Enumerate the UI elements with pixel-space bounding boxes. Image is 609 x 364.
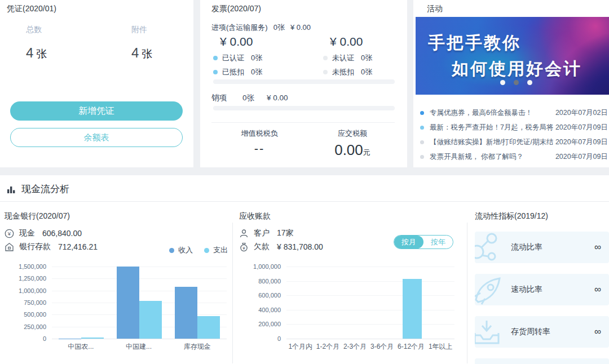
- cash-bank-title: 现金银行(2020/07): [5, 211, 232, 221]
- carousel-dots: [500, 80, 532, 85]
- news-item[interactable]: 专属优惠券，最高6倍金额暴击！ 2020年07月02日: [420, 105, 608, 120]
- voucher-card: 凭证(2020/01) 总数 4张 附件 4张 新增凭证 余额表: [0, 0, 193, 167]
- cashflow-section: 现金流分析 现金银行(2020/07) ¥ 现金 606,840.00 银行存款…: [0, 175, 609, 364]
- liquidity-card-partial[interactable]: [475, 358, 609, 364]
- deposit-row: 银行存款 712,416.21: [5, 242, 98, 252]
- circle-icon: [475, 358, 504, 364]
- news-text: 【做账结账实操】新增/打印凭证/期末结转: [430, 137, 553, 147]
- undeducted-stat: 未抵扣0张: [323, 67, 372, 77]
- svg-text:¥: ¥: [242, 246, 245, 251]
- svg-text:¥: ¥: [7, 230, 11, 237]
- news-text: 专属优惠券，最高6倍金额暴击！: [430, 108, 553, 118]
- toggle-by-month[interactable]: 按月: [394, 236, 423, 248]
- column-divider: [232, 223, 233, 363]
- cash-bank-panel: 现金银行(2020/07) ¥ 现金 606,840.00 银行存款 712,4…: [5, 211, 232, 221]
- voucher-attachment-stat: 附件 4张: [131, 25, 152, 61]
- carousel-dot-3[interactable]: [527, 80, 532, 85]
- deposit-label: 银行存款: [19, 242, 51, 252]
- deducted-stat: 已抵扣0张: [213, 67, 262, 77]
- undeducted-dot-icon: [323, 70, 328, 74]
- vat-burden-block: 增值税税负 --: [214, 128, 304, 156]
- news-date: 2020年07月09日: [555, 123, 608, 132]
- vat-burden-value: --: [214, 141, 304, 156]
- bar-chart-icon: [7, 185, 16, 194]
- news-item[interactable]: 【做账结账实操】新增/打印凭证/期末结转 2020年07月09日: [420, 135, 608, 149]
- receivable-title: 应收账款: [239, 211, 460, 221]
- tax-payable-unit: 元: [363, 148, 370, 157]
- uncertified-label: 未认证: [332, 53, 354, 63]
- current-ratio-card[interactable]: 流动比率 ∞: [475, 232, 609, 263]
- legend-income-label: 收入: [178, 245, 193, 255]
- certified-stat: 已认证0张: [213, 53, 262, 63]
- invoice-input-amount: ¥ 0.00: [290, 23, 311, 32]
- liquidity-card-list: 流动比率 ∞ 速动比率 ∞ 存货周转率 ∞: [475, 232, 609, 364]
- invoice-card-title: 发票(2020/07): [211, 4, 261, 14]
- deducted-count: 0张: [251, 67, 262, 77]
- legend-income[interactable]: 收入: [169, 245, 193, 255]
- voucher-attachment-value: 4: [131, 45, 139, 60]
- inventory-turnover-value: ∞: [594, 326, 601, 338]
- carousel-dot-1[interactable]: [500, 80, 505, 85]
- section-divider: [0, 201, 609, 202]
- liquidity-panel: 流动性指标(2019/12) 流动比率 ∞ 速动比率 ∞ 存货周转: [475, 211, 609, 221]
- banner-headline-1: 手把手教你: [428, 32, 521, 55]
- voucher-attachment-label: 附件: [131, 25, 152, 35]
- invoice-output-amount: ¥ 0.00: [267, 94, 288, 102]
- carousel-dot-2[interactable]: [514, 80, 519, 85]
- legend-expense[interactable]: 支出: [204, 245, 228, 255]
- uncertified-amount: ¥ 0.00: [330, 35, 363, 48]
- input-progress-bar: [213, 79, 395, 84]
- news-item[interactable]: 发票开具新规， 你都了解吗？ 2020年07月09日: [420, 149, 608, 164]
- debt-row: ¥ 欠款 ¥ 831,708.00: [239, 242, 323, 252]
- customer-value: 17家: [277, 228, 294, 238]
- news-dot-icon: [420, 155, 424, 159]
- inventory-turnover-card[interactable]: 存货周转率 ∞: [475, 316, 609, 348]
- customer-row: 客户 17家: [239, 228, 294, 238]
- invoice-input-label: 进项(含运输服务): [211, 23, 268, 32]
- voucher-total-value: 4: [26, 45, 33, 60]
- news-item[interactable]: 最新：税务严查开始！7月起，税务局将... 2020年07月09日: [420, 120, 608, 135]
- bank-icon: [5, 242, 14, 252]
- news-list: 专属优惠券，最高6倍金额暴击！ 2020年07月02日 最新：税务严查开始！7月…: [420, 105, 608, 164]
- news-dot-icon: [420, 140, 424, 144]
- news-text: 发票开具新规， 你都了解吗？: [430, 152, 553, 162]
- certified-count: 0张: [251, 53, 262, 63]
- customer-label: 客户: [254, 228, 270, 238]
- molecule-icon: [475, 232, 504, 263]
- certified-dot-icon: [213, 56, 218, 60]
- tax-payable-value: 0.00: [334, 141, 363, 158]
- banner-headline-2: 如何使用好会计: [452, 57, 582, 81]
- quick-ratio-label: 速动比率: [511, 285, 542, 295]
- deducted-dot-icon: [213, 70, 218, 74]
- toggle-by-year[interactable]: 按年: [423, 236, 453, 248]
- certified-amount: ¥ 0.00: [220, 35, 253, 48]
- activity-card: 活动 手把手教你 如何使用好会计 专属优惠券，最高6倍金额暴击！ 2020年07…: [413, 0, 609, 167]
- deducted-label: 已抵扣: [222, 67, 244, 77]
- rocket-icon: [475, 274, 504, 305]
- debt-value: ¥ 831,708.00: [277, 242, 323, 251]
- invoice-output-label: 销项: [211, 94, 227, 102]
- add-voucher-button[interactable]: 新增凭证: [10, 101, 183, 121]
- voucher-card-title: 凭证(2020/01): [7, 4, 56, 14]
- chart-legend: 收入 支出: [169, 245, 228, 255]
- invoice-card: 发票(2020/07) 进项(含运输服务)0张¥ 0.00 ¥ 0.00 ¥ 0…: [200, 0, 407, 167]
- current-ratio-label: 流动比率: [511, 242, 542, 252]
- uncertified-dot-icon: [323, 56, 328, 60]
- voucher-attachment-unit: 张: [142, 48, 152, 60]
- uncertified-stat: 未认证0张: [323, 53, 372, 63]
- money-bag-icon: ¥: [239, 242, 249, 252]
- cashflow-section-title: 现金流分析: [21, 183, 69, 196]
- vat-burden-label: 增值税税负: [214, 128, 304, 139]
- tax-payable-label: 应交税额: [307, 128, 398, 139]
- activity-card-title: 活动: [427, 4, 443, 14]
- current-ratio-value: ∞: [594, 242, 601, 253]
- coin-yuan-icon: ¥: [5, 229, 14, 238]
- news-date: 2020年07月09日: [555, 137, 608, 147]
- promo-banner[interactable]: 手把手教你 如何使用好会计: [416, 17, 609, 95]
- period-toggle: 按月 按年: [394, 235, 453, 249]
- receivable-aging-bar-chart: 0200,000400,000600,000800,0001,000,0001个…: [239, 267, 460, 352]
- balance-sheet-button[interactable]: 余额表: [10, 128, 183, 147]
- quick-ratio-card[interactable]: 速动比率 ∞: [475, 274, 609, 305]
- debt-label: 欠款: [254, 242, 270, 252]
- news-dot-icon: [420, 126, 424, 130]
